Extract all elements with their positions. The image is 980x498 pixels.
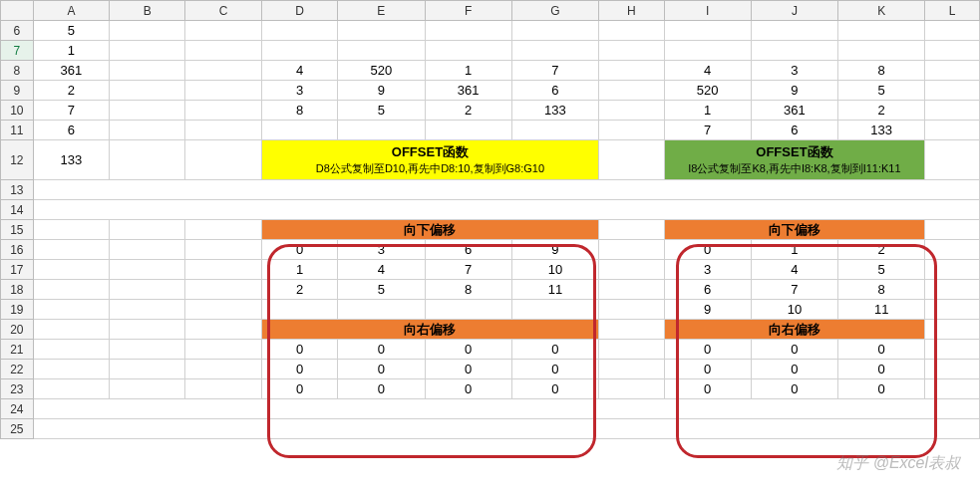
cell-G16[interactable]: 9 (511, 240, 598, 260)
cell-J18[interactable]: 7 (751, 280, 837, 300)
cell-K10[interactable]: 2 (838, 101, 925, 121)
cell-G17[interactable]: 10 (511, 260, 598, 280)
row-header[interactable]: 8 (1, 61, 34, 81)
cell-F17[interactable]: 7 (425, 260, 511, 280)
col-header[interactable]: I (664, 1, 751, 21)
row-header[interactable]: 20 (1, 320, 34, 340)
cell-K22[interactable]: 0 (838, 360, 925, 379)
row-header[interactable]: 10 (1, 101, 34, 121)
col-header[interactable]: L (925, 1, 980, 21)
cell-I10[interactable]: 1 (664, 101, 751, 121)
cell-I21[interactable]: 0 (664, 340, 751, 360)
cell-K16[interactable]: 2 (838, 240, 925, 260)
cell-K23[interactable]: 0 (838, 379, 925, 399)
cell-I17[interactable]: 3 (664, 260, 751, 280)
cell-K17[interactable]: 5 (838, 260, 925, 280)
col-header[interactable]: G (511, 1, 598, 21)
row-header[interactable]: 9 (1, 81, 34, 101)
cell-G18[interactable]: 11 (511, 280, 598, 300)
cell-E10[interactable]: 5 (338, 101, 425, 121)
cell-D9[interactable]: 3 (261, 81, 337, 101)
cell-G23[interactable]: 0 (511, 379, 598, 399)
row-header[interactable]: 18 (1, 280, 34, 300)
cell-D10[interactable]: 8 (261, 101, 337, 121)
cell-A6[interactable]: 5 (33, 21, 109, 41)
col-header[interactable]: H (599, 1, 664, 21)
cell-I19[interactable]: 9 (664, 300, 751, 320)
cell-I8[interactable]: 4 (664, 61, 751, 81)
cell-F10[interactable]: 2 (425, 101, 511, 121)
row-header[interactable]: 13 (1, 180, 34, 200)
cell-D22[interactable]: 0 (261, 360, 337, 379)
cell-I18[interactable]: 6 (664, 280, 751, 300)
cell-G10[interactable]: 133 (511, 101, 598, 121)
row-header[interactable]: 7 (1, 41, 34, 61)
cell-J23[interactable]: 0 (751, 379, 837, 399)
cell-K19[interactable]: 11 (838, 300, 925, 320)
row-header[interactable]: 6 (1, 21, 34, 41)
cell-J21[interactable]: 0 (751, 340, 837, 360)
cell-K9[interactable]: 5 (838, 81, 925, 101)
cell-J16[interactable]: 1 (751, 240, 837, 260)
cell-I16[interactable]: 0 (664, 240, 751, 260)
cell-A10[interactable]: 7 (33, 101, 109, 121)
row-header[interactable]: 12 (1, 140, 34, 180)
cell-I22[interactable]: 0 (664, 360, 751, 379)
col-header[interactable]: F (425, 1, 511, 21)
cell-J17[interactable]: 4 (751, 260, 837, 280)
cell-G9[interactable]: 6 (511, 81, 598, 101)
cell-A9[interactable]: 2 (33, 81, 109, 101)
cell-D23[interactable]: 0 (261, 379, 337, 399)
col-header[interactable]: J (751, 1, 837, 21)
cell-G8[interactable]: 7 (511, 61, 598, 81)
cell-F18[interactable]: 8 (425, 280, 511, 300)
row-header[interactable]: 24 (1, 399, 34, 419)
row-header[interactable]: 22 (1, 360, 34, 379)
cell-K8[interactable]: 8 (838, 61, 925, 81)
cell-I9[interactable]: 520 (664, 81, 751, 101)
cell-K18[interactable]: 8 (838, 280, 925, 300)
cell-A7[interactable]: 1 (33, 41, 109, 61)
cell-D8[interactable]: 4 (261, 61, 337, 81)
row-header[interactable]: 17 (1, 260, 34, 280)
row-header[interactable]: 16 (1, 240, 34, 260)
col-header[interactable]: C (185, 1, 261, 21)
cell-G22[interactable]: 0 (511, 360, 598, 379)
col-header[interactable]: E (338, 1, 425, 21)
cell-D16[interactable]: 0 (261, 240, 337, 260)
cell-J9[interactable]: 9 (751, 81, 837, 101)
cell-E8[interactable]: 520 (338, 61, 425, 81)
cell-E16[interactable]: 3 (338, 240, 425, 260)
cell-J8[interactable]: 3 (751, 61, 837, 81)
cell-J19[interactable]: 10 (751, 300, 837, 320)
cell-E18[interactable]: 5 (338, 280, 425, 300)
cell-J11[interactable]: 6 (751, 121, 837, 140)
cell-F23[interactable]: 0 (425, 379, 511, 399)
row-header[interactable]: 15 (1, 220, 34, 240)
col-header[interactable]: D (261, 1, 337, 21)
cell-F9[interactable]: 361 (425, 81, 511, 101)
cell-E9[interactable]: 9 (338, 81, 425, 101)
spreadsheet-grid[interactable]: A B C D E F G H I J K L 6 5 7 1 8 361 4 … (0, 0, 980, 439)
cell-E23[interactable]: 0 (338, 379, 425, 399)
row-header[interactable]: 25 (1, 419, 34, 439)
cell-A12[interactable]: 133 (33, 140, 109, 180)
cell-F16[interactable]: 6 (425, 240, 511, 260)
cell-E21[interactable]: 0 (338, 340, 425, 360)
cell-F8[interactable]: 1 (425, 61, 511, 81)
cell-J22[interactable]: 0 (751, 360, 837, 379)
cell-D18[interactable]: 2 (261, 280, 337, 300)
row-header[interactable]: 23 (1, 379, 34, 399)
cell-I11[interactable]: 7 (664, 121, 751, 140)
cell-D21[interactable]: 0 (261, 340, 337, 360)
cell-F22[interactable]: 0 (425, 360, 511, 379)
col-header[interactable]: K (838, 1, 925, 21)
cell-E22[interactable]: 0 (338, 360, 425, 379)
cell-K11[interactable]: 133 (838, 121, 925, 140)
row-header[interactable]: 14 (1, 200, 34, 220)
col-header[interactable]: A (33, 1, 109, 21)
cell-G21[interactable]: 0 (511, 340, 598, 360)
cell-A11[interactable]: 6 (33, 121, 109, 140)
row-header[interactable]: 19 (1, 300, 34, 320)
cell-D17[interactable]: 1 (261, 260, 337, 280)
